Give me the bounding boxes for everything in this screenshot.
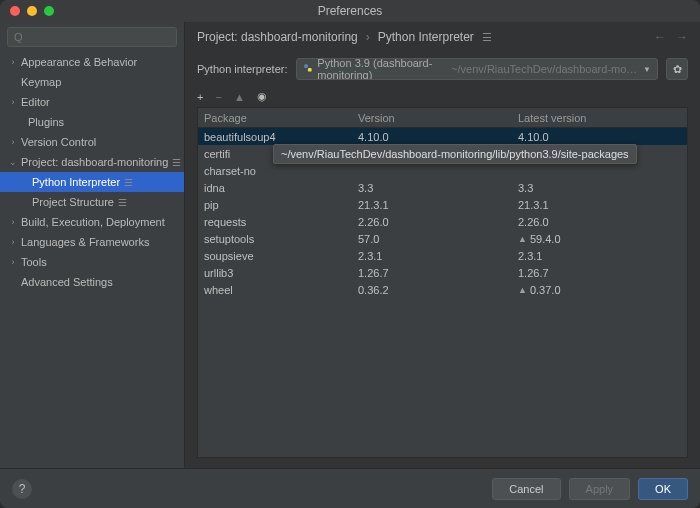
cell-package: requests — [198, 216, 358, 228]
cell-latest: ▲59.4.0 — [518, 233, 687, 245]
gear-icon: ✿ — [673, 63, 682, 76]
header-package[interactable]: Package — [198, 112, 358, 124]
sidebar-item[interactable]: ›Version Control — [0, 132, 184, 152]
sidebar-item-label: Project Structure — [32, 196, 114, 208]
chevron-right-icon: › — [8, 57, 18, 67]
table-row[interactable]: wheel0.36.2▲0.37.0 — [198, 281, 687, 298]
sidebar-item[interactable]: Advanced Settings — [0, 272, 184, 292]
content: ›Appearance & Behavior Keymap›EditorPlug… — [0, 22, 700, 468]
table-row[interactable]: pip21.3.121.3.1 — [198, 196, 687, 213]
header-version[interactable]: Version — [358, 112, 518, 124]
cell-version: 2.3.1 — [358, 250, 518, 262]
table-row[interactable]: setuptools57.0▲59.4.0 — [198, 230, 687, 247]
sidebar: ›Appearance & Behavior Keymap›EditorPlug… — [0, 22, 185, 468]
table-row[interactable]: urllib31.26.71.26.7 — [198, 264, 687, 281]
chevron-right-icon: › — [366, 30, 370, 44]
cell-package: setuptools — [198, 233, 358, 245]
package-toolbar: + − ▲ ◉ — [185, 86, 700, 107]
sidebar-item[interactable]: ›Appearance & Behavior — [0, 52, 184, 72]
header-latest[interactable]: Latest version — [518, 112, 687, 124]
sidebar-item[interactable]: Project Structure☰ — [0, 192, 184, 212]
sidebar-item[interactable]: Keymap — [0, 72, 184, 92]
sidebar-item[interactable]: Python Interpreter☰ — [0, 172, 184, 192]
cell-package: idna — [198, 182, 358, 194]
cell-version: 4.10.0 — [358, 131, 518, 143]
chevron-right-icon: › — [8, 237, 18, 247]
preferences-window: Preferences ›Appearance & Behavior Keyma… — [0, 0, 700, 508]
cell-latest: 21.3.1 — [518, 199, 687, 211]
close-icon[interactable] — [10, 6, 20, 16]
sidebar-item[interactable]: ›Tools — [0, 252, 184, 272]
settings-tree: ›Appearance & Behavior Keymap›EditorPlug… — [0, 52, 184, 468]
cell-version: 0.36.2 — [358, 284, 518, 296]
cell-version: 1.26.7 — [358, 267, 518, 279]
sidebar-item[interactable]: ⌄Project: dashboard-monitoring☰ — [0, 152, 184, 172]
gear-icon: ☰ — [172, 157, 181, 168]
sidebar-item-label: Languages & Frameworks — [21, 236, 149, 248]
gear-icon: ☰ — [124, 177, 133, 188]
cell-package: pip — [198, 199, 358, 211]
table-row[interactable]: charset-no — [198, 162, 687, 179]
sidebar-item-label: Advanced Settings — [21, 276, 113, 288]
cell-latest: 1.26.7 — [518, 267, 687, 279]
maximize-icon[interactable] — [44, 6, 54, 16]
upgrade-package-button[interactable]: ▲ — [234, 91, 245, 103]
table-row[interactable]: soupsieve2.3.12.3.1 — [198, 247, 687, 264]
sidebar-item[interactable]: Plugins — [0, 112, 184, 132]
svg-rect-0 — [304, 64, 308, 68]
search-input[interactable] — [7, 27, 177, 47]
sidebar-item-label: Tools — [21, 256, 47, 268]
interpreter-settings-button[interactable]: ✿ — [666, 58, 688, 80]
table-row[interactable]: beautifulsoup44.10.04.10.0 — [198, 128, 687, 145]
chevron-right-icon: › — [8, 217, 18, 227]
nav-back-icon[interactable]: ← — [654, 30, 666, 44]
minimize-icon[interactable] — [27, 6, 37, 16]
cell-latest: 4.10.0 — [518, 131, 687, 143]
chevron-right-icon: › — [8, 97, 18, 107]
interpreter-path: ~/venv/RiauTechDev/dashboard-monitoring/… — [451, 63, 638, 75]
table-row[interactable]: idna3.33.3 — [198, 179, 687, 196]
ok-button[interactable]: OK — [638, 478, 688, 500]
interpreter-select[interactable]: Python 3.9 (dashboard-monitoring) ~/venv… — [296, 58, 659, 80]
gear-icon: ☰ — [118, 197, 127, 208]
upgrade-arrow-icon: ▲ — [518, 234, 527, 244]
remove-package-button[interactable]: − — [215, 91, 221, 103]
upgrade-arrow-icon: ▲ — [518, 285, 527, 295]
breadcrumb-project: Project: dashboard-monitoring — [197, 30, 358, 44]
cell-package: charset-no — [198, 165, 358, 177]
cancel-button[interactable]: Cancel — [492, 478, 560, 500]
chevron-right-icon: › — [8, 257, 18, 267]
show-early-releases-button[interactable]: ◉ — [257, 90, 267, 103]
sidebar-item-label: Project: dashboard-monitoring — [21, 156, 168, 168]
cell-latest: 3.3 — [518, 182, 687, 194]
chevron-right-icon: › — [8, 137, 18, 147]
path-tooltip: ~/venv/RiauTechDev/dashboard-monitoring/… — [273, 144, 637, 164]
package-table: Package Version Latest version beautiful… — [197, 107, 688, 458]
interpreter-label: Python interpreter: — [197, 63, 288, 75]
nav-forward-icon[interactable]: → — [676, 30, 688, 44]
sidebar-item[interactable]: ›Build, Execution, Deployment — [0, 212, 184, 232]
cell-package: urllib3 — [198, 267, 358, 279]
footer: ? Cancel Apply OK — [0, 468, 700, 508]
add-package-button[interactable]: + — [197, 91, 203, 103]
help-button[interactable]: ? — [12, 479, 32, 499]
cell-latest: ▲0.37.0 — [518, 284, 687, 296]
breadcrumb-page: Python Interpreter — [378, 30, 474, 44]
window-controls — [10, 6, 54, 16]
chevron-down-icon: ⌄ — [8, 157, 18, 167]
cell-latest: 2.26.0 — [518, 216, 687, 228]
sidebar-item-label: Version Control — [21, 136, 96, 148]
sidebar-item-label: Editor — [21, 96, 50, 108]
main-panel: Project: dashboard-monitoring › Python I… — [185, 22, 700, 468]
sidebar-item-label: Plugins — [28, 116, 64, 128]
sidebar-item-label: Build, Execution, Deployment — [21, 216, 165, 228]
sidebar-item-label: Appearance & Behavior — [21, 56, 137, 68]
cell-version: 3.3 — [358, 182, 518, 194]
window-title: Preferences — [318, 4, 383, 18]
apply-button[interactable]: Apply — [569, 478, 631, 500]
sidebar-item-label: Keymap — [21, 76, 61, 88]
sidebar-item[interactable]: ›Languages & Frameworks — [0, 232, 184, 252]
interpreter-name: Python 3.9 (dashboard-monitoring) — [317, 58, 446, 80]
table-row[interactable]: requests2.26.02.26.0 — [198, 213, 687, 230]
sidebar-item[interactable]: ›Editor — [0, 92, 184, 112]
